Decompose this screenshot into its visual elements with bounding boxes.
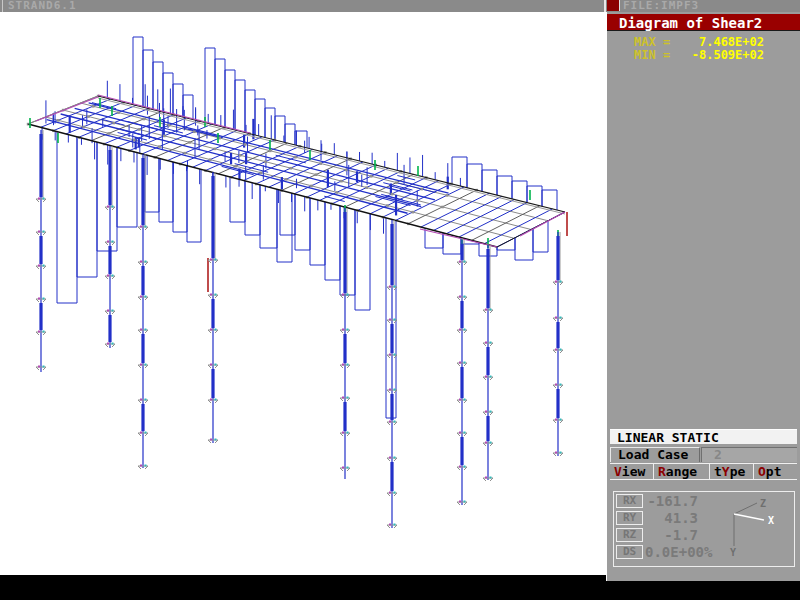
rotation-value-ry: 41.3	[630, 511, 698, 525]
titlebar-divider	[604, 0, 606, 12]
menu-item-view[interactable]: View	[610, 464, 654, 479]
menu-item-type[interactable]: tYpe	[710, 464, 754, 479]
shear-stairs-below	[57, 132, 548, 418]
min-label: MIN =	[634, 49, 680, 61]
load-case-value-field[interactable]: 2	[701, 447, 797, 462]
rotation-label-ds[interactable]: DS	[616, 545, 643, 559]
axis-triad: Z X Y	[710, 495, 796, 557]
app-title: STRAND6.1	[8, 0, 77, 12]
menu-item-range[interactable]: Range	[654, 464, 710, 479]
menu-item-opt[interactable]: Opt	[754, 464, 796, 479]
diagram-header: Diagram of Shear2	[607, 14, 800, 31]
menu-bar: View Range tYpe Opt	[610, 463, 797, 480]
structure-wireframe	[0, 12, 608, 575]
axis-z-label: Z	[760, 498, 766, 509]
analysis-type-field: LINEAR STATIC	[610, 429, 797, 444]
axis-z-line	[734, 503, 757, 514]
diagram-title: Diagram of Shear2	[619, 15, 762, 31]
axis-x-label: X	[768, 515, 774, 526]
axis-y-label: Y	[730, 547, 736, 557]
titlebar-left-edge	[2, 0, 3, 12]
shear-stairs-above	[133, 37, 557, 210]
app-title-bar: STRAND6.1 FILE:IMPF3	[0, 0, 800, 12]
file-menu-badge[interactable]	[607, 0, 620, 11]
result-stats: MAX = 7.468E+02 MIN = -8.509E+02	[634, 36, 794, 62]
max-value: 7.468E+02	[680, 36, 764, 48]
rotation-value-rz: -1.7	[630, 528, 698, 542]
max-label: MAX =	[634, 36, 680, 48]
piers	[36, 130, 563, 528]
axis-x-line	[734, 514, 764, 520]
load-case-button[interactable]: Load Case	[610, 447, 700, 462]
viewport-3d[interactable]	[0, 12, 608, 575]
min-value: -8.509E+02	[680, 49, 764, 61]
file-name-label: FILE:IMPF3	[623, 0, 699, 12]
rotation-value-rx: -161.7	[630, 494, 698, 508]
